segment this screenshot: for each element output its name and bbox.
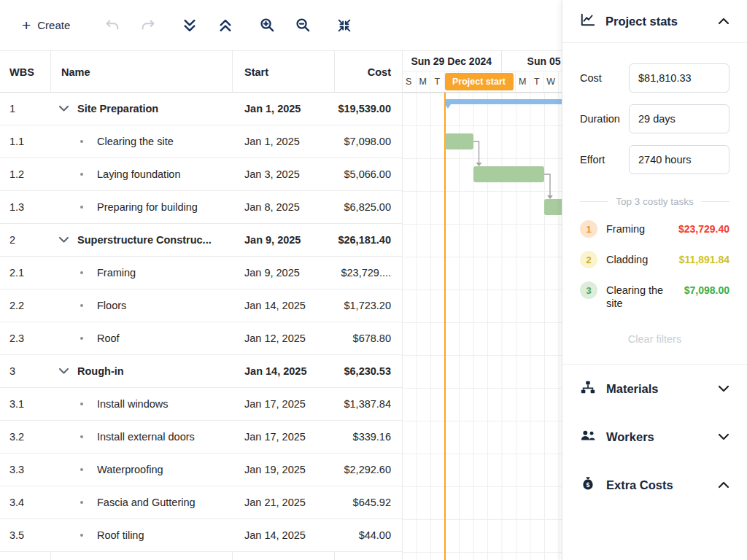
wbs-cell: 3 bbox=[0, 355, 50, 387]
stat-value-input[interactable]: $81,810.33 bbox=[629, 63, 729, 93]
right-sidebar: Project stats Cost$81,810.33Duration29 d… bbox=[562, 0, 747, 560]
table-row[interactable]: 2Superstructure Construc...Jan 9, 2025$2… bbox=[0, 224, 402, 257]
table-row[interactable]: 2.2FloorsJan 14, 2025$1,723.20 bbox=[0, 289, 402, 322]
create-button[interactable]: + Create bbox=[22, 18, 70, 33]
top-task-row[interactable]: 3Clearing the site$7,098.00 bbox=[580, 281, 729, 310]
week-header-cell: Sun 29 Dec 2024 bbox=[402, 51, 502, 71]
stat-value-input[interactable]: 29 days bbox=[629, 104, 729, 133]
wbs-cell: 1 bbox=[0, 93, 50, 125]
day-header-cell: M bbox=[516, 71, 530, 92]
task-cost: $23,729.40 bbox=[678, 220, 729, 235]
bullet-icon bbox=[80, 271, 83, 274]
zoom-in-icon[interactable] bbox=[258, 17, 276, 34]
wbs-cell: 3.1 bbox=[0, 388, 50, 420]
wbs-cell: 2.2 bbox=[0, 289, 50, 322]
section-workers-label: Workers bbox=[606, 430, 718, 444]
cost-cell: $1,387.84 bbox=[334, 388, 402, 420]
column-header-cost[interactable]: Cost bbox=[334, 51, 391, 93]
toolbar: + Create bbox=[0, 0, 562, 51]
cost-cell: $678.80 bbox=[334, 322, 402, 354]
column-header-start[interactable]: Start bbox=[244, 51, 268, 93]
start-cell: Jan 1, 2025 bbox=[232, 93, 334, 125]
table-row[interactable]: 1.2Laying foundationJan 3, 2025$5,066.00 bbox=[0, 158, 402, 191]
zoom-to-fit-icon[interactable] bbox=[336, 17, 353, 34]
wbs-cell: 1.1 bbox=[0, 125, 50, 158]
chevron-down-icon[interactable] bbox=[718, 433, 729, 440]
start-cell: Jan 17, 2025 bbox=[232, 388, 334, 420]
wbs-cell: 2.1 bbox=[0, 257, 50, 289]
top-task-row[interactable]: 2Cladding$11,891.84 bbox=[580, 251, 729, 268]
name-cell: Install external doors bbox=[50, 421, 232, 453]
wbs-cell: 3.3 bbox=[0, 454, 50, 486]
cost-cell: $23,729.... bbox=[334, 257, 402, 289]
start-cell: Jan 19, 2025 bbox=[232, 454, 334, 486]
day-header-cell: M bbox=[417, 71, 431, 92]
wbs-cell: 2 bbox=[0, 224, 50, 256]
section-materials[interactable]: Materials bbox=[562, 365, 747, 413]
cost-cell: $7,098.00 bbox=[334, 125, 402, 158]
day-header-cell: T bbox=[430, 71, 445, 92]
redo-icon[interactable] bbox=[139, 17, 157, 34]
timeline-day-row: Project start SMTWTFSSMTWTFS bbox=[402, 71, 562, 92]
chevron-down-icon[interactable] bbox=[718, 385, 729, 392]
table-row[interactable]: 1Site PreparationJan 1, 2025$19,539.00 bbox=[0, 93, 402, 125]
name-cell: Roof tiling bbox=[50, 519, 232, 551]
name-cell: Laying foundation bbox=[50, 158, 232, 190]
name-cell: Waterproofing bbox=[50, 454, 232, 486]
stat-label: Duration bbox=[580, 113, 620, 125]
table-row[interactable]: 2.3RoofJan 12, 2025$678.80 bbox=[0, 322, 402, 355]
table-row[interactable]: 3.5Roof tilingJan 14, 2025$44.00 bbox=[0, 519, 402, 552]
cost-cell: $6,825.00 bbox=[334, 191, 402, 223]
chevron-up-icon[interactable] bbox=[718, 481, 729, 489]
column-header-name[interactable]: Name bbox=[61, 51, 90, 93]
zoom-out-icon[interactable] bbox=[294, 17, 311, 34]
table-row[interactable]: 3.4Fascia and GutteringJan 21, 2025$645.… bbox=[0, 486, 402, 519]
svg-text:$: $ bbox=[587, 481, 590, 489]
table-row[interactable]: 3.1Install windowsJan 17, 2025$1,387.84 bbox=[0, 388, 402, 421]
expand-all-icon[interactable] bbox=[217, 17, 234, 34]
stat-value-input[interactable]: 2740 hours bbox=[629, 145, 729, 174]
table-row[interactable]: 3.2Install external doorsJan 17, 2025$33… bbox=[0, 421, 402, 454]
table-row[interactable]: 1.3Preparing for buildingJan 8, 2025$6,8… bbox=[0, 191, 402, 224]
collapse-all-icon[interactable] bbox=[181, 17, 198, 34]
stat-label: Cost bbox=[580, 72, 602, 84]
clear-filters-button[interactable]: Clear filters bbox=[580, 333, 729, 345]
summary-bar[interactable] bbox=[445, 99, 562, 104]
task-name: Cladding bbox=[606, 251, 673, 266]
cost-cell: $2,292.60 bbox=[334, 454, 402, 486]
day-header-cell: T bbox=[530, 71, 545, 92]
bullet-icon bbox=[80, 140, 83, 143]
section-extra-costs[interactable]: $ Extra Costs bbox=[562, 461, 747, 509]
undo-icon[interactable] bbox=[104, 17, 121, 34]
task-bar[interactable] bbox=[473, 166, 545, 182]
section-workers[interactable]: Workers bbox=[562, 413, 747, 461]
cost-cell: $26,181.40 bbox=[334, 224, 402, 256]
task-bar[interactable] bbox=[544, 199, 562, 215]
table-row[interactable]: 3Rough-inJan 14, 2025$6,230.53 bbox=[0, 355, 402, 388]
gantt-chart-area bbox=[402, 93, 562, 560]
table-row[interactable]: 2.1FramingJan 9, 2025$23,729.... bbox=[0, 257, 402, 289]
table-row[interactable]: 3.3WaterproofingJan 19, 2025$2,292.60 bbox=[0, 454, 402, 486]
stat-row: Duration29 days bbox=[580, 104, 729, 133]
top-tasks-list: 1Framing$23,729.402Cladding$11,891.843Cl… bbox=[580, 220, 729, 310]
chevron-down-icon[interactable] bbox=[59, 368, 69, 374]
start-cell: Jan 14, 2025 bbox=[232, 355, 334, 387]
name-cell: Preparing for building bbox=[50, 191, 232, 223]
cost-cell: $44.00 bbox=[334, 519, 402, 551]
start-cell: Jan 12, 2025 bbox=[232, 322, 334, 354]
summary-bar-cap bbox=[445, 104, 451, 109]
chevron-up-icon[interactable] bbox=[718, 18, 729, 25]
project-stats-header[interactable]: Project stats bbox=[562, 0, 747, 43]
bullet-icon bbox=[80, 402, 83, 405]
project-start-badge[interactable]: Project start bbox=[445, 73, 514, 90]
table-row[interactable]: 1.1Clearing the siteJan 1, 2025$7,098.00 bbox=[0, 125, 402, 158]
table-chart-splitter[interactable] bbox=[402, 51, 403, 560]
task-rank-badge: 2 bbox=[580, 251, 597, 268]
wbs-cell: 3.5 bbox=[0, 519, 50, 551]
chevron-down-icon[interactable] bbox=[59, 106, 69, 112]
chevron-down-icon[interactable] bbox=[59, 237, 69, 243]
grid-header: WBS Name Start Cost Sun 29 Dec 2024Sun 0… bbox=[0, 51, 562, 93]
top-task-row[interactable]: 1Framing$23,729.40 bbox=[580, 220, 729, 238]
column-header-wbs[interactable]: WBS bbox=[9, 51, 34, 93]
task-bar[interactable] bbox=[445, 133, 473, 149]
